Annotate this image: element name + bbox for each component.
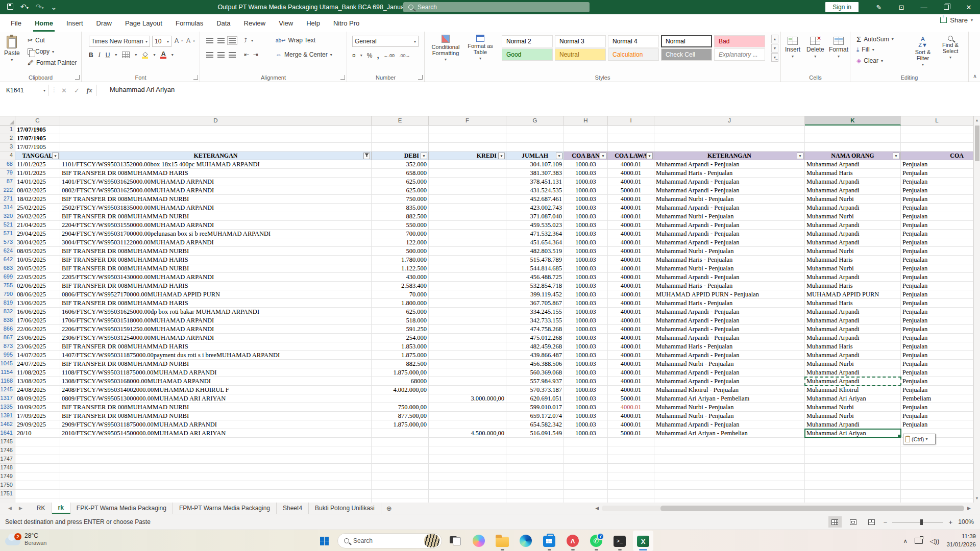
cell[interactable]: 25/02/2025 bbox=[15, 204, 60, 212]
insert-function-icon[interactable]: fx bbox=[87, 86, 92, 94]
cell[interactable]: Muhammad Ari Ariyan bbox=[805, 429, 901, 438]
cell[interactable]: 342.733.155 bbox=[506, 316, 564, 325]
zoom-out-icon[interactable]: − bbox=[884, 518, 888, 526]
cell[interactable] bbox=[564, 438, 608, 446]
tray-chevron-icon[interactable]: ∧ bbox=[903, 538, 908, 544]
cell[interactable] bbox=[429, 256, 506, 264]
filter-dropdown-icon[interactable]: ▾ bbox=[600, 153, 606, 159]
cell[interactable] bbox=[901, 143, 973, 152]
paste-options-button[interactable]: (Ctrl) ▾ bbox=[903, 434, 936, 444]
hscroll-left-icon[interactable]: ◀ bbox=[593, 506, 601, 511]
cell[interactable]: 5000.01 bbox=[608, 394, 654, 403]
cell[interactable]: 4000.01 bbox=[608, 342, 654, 351]
cell[interactable]: Muhammad Arpandi bbox=[805, 308, 901, 316]
weather-widget[interactable]: 2 28°C Berawan bbox=[5, 532, 46, 547]
row-number[interactable]: 3 bbox=[0, 143, 15, 152]
cell[interactable] bbox=[564, 490, 608, 498]
filter-header-coa-lawa[interactable]: COA LAWA▾ bbox=[608, 152, 654, 160]
cell[interactable]: BIF TRANSFER DR 008MUHAMMAD NURBI bbox=[60, 212, 372, 221]
cell[interactable] bbox=[654, 134, 805, 143]
clear-button[interactable]: ◈ Clear ▾ bbox=[856, 57, 883, 64]
cell[interactable]: Muhammad Nurbi bbox=[805, 264, 901, 273]
cell[interactable] bbox=[901, 134, 973, 143]
cell[interactable]: 4000.01 bbox=[608, 368, 654, 377]
zoom-in-icon[interactable]: + bbox=[948, 518, 952, 526]
cell[interactable] bbox=[15, 438, 60, 446]
filter-header-jumlah[interactable]: JUMLAH▾ bbox=[506, 152, 564, 160]
cell[interactable]: Penjualan bbox=[901, 325, 973, 334]
cell[interactable] bbox=[429, 160, 506, 169]
clipboard-dialog-launcher-icon[interactable] bbox=[75, 75, 80, 80]
cell[interactable]: 2909/FTSCY/WS950311875000.00MUHAMAD ARPA… bbox=[60, 420, 372, 429]
style-check-cell[interactable]: Check Cell bbox=[661, 48, 712, 61]
cell[interactable]: Muhammad Arpandi bbox=[805, 334, 901, 342]
cell[interactable]: Muhammad Haris bbox=[805, 169, 901, 178]
cell[interactable]: 1.875.000 bbox=[372, 351, 429, 360]
cell[interactable]: Penjualan bbox=[901, 212, 973, 221]
cell[interactable] bbox=[429, 403, 506, 412]
font-dialog-launcher-icon[interactable] bbox=[193, 75, 198, 80]
cell[interactable]: 1000.03 bbox=[564, 420, 608, 429]
cell[interactable] bbox=[429, 247, 506, 256]
align-left-icon[interactable] bbox=[206, 52, 213, 58]
row-number[interactable]: 1391 bbox=[0, 412, 15, 420]
cell[interactable]: 1000.03 bbox=[564, 351, 608, 360]
cell[interactable]: Muhammad Arpandi bbox=[805, 316, 901, 325]
cell[interactable]: 10/05/2025 bbox=[15, 256, 60, 264]
cell[interactable]: 515.478.789 bbox=[506, 256, 564, 264]
row-number[interactable]: 1747 bbox=[0, 455, 15, 464]
cell[interactable]: 456.488.725 bbox=[506, 273, 564, 282]
row-number[interactable]: 1045 bbox=[0, 360, 15, 368]
cell[interactable]: 1.800.000 bbox=[372, 299, 429, 308]
styles-scroll-up-icon[interactable]: ▲ bbox=[771, 35, 778, 43]
cell[interactable]: 4000.01 bbox=[608, 403, 654, 412]
cell[interactable]: 17/07/1905 bbox=[15, 134, 60, 143]
cell[interactable]: 122.000 bbox=[372, 238, 429, 247]
new-sheet-button[interactable]: ⊕ bbox=[381, 503, 397, 514]
cell[interactable]: 2204/FTSCY/WS95031550000.00MUHAMAD ARPAN… bbox=[60, 221, 372, 230]
taskbar-clock[interactable]: 11:39 31/01/2026 bbox=[946, 533, 976, 548]
cell[interactable] bbox=[805, 134, 901, 143]
ribbon-tab-page-layout[interactable]: Page Layout bbox=[118, 14, 169, 32]
cell[interactable]: Muhammad Arpandi - Penjualan bbox=[654, 420, 805, 429]
cell[interactable]: 1.780.000 bbox=[372, 256, 429, 264]
cell[interactable]: 17/06/2025 bbox=[15, 316, 60, 325]
cell[interactable]: 882.500 bbox=[372, 212, 429, 221]
sort-filter-button[interactable]: AZ▼Sort & Filter▾ bbox=[911, 36, 935, 67]
cell[interactable]: 399.119.452 bbox=[506, 290, 564, 299]
cell[interactable]: Muhammad Haris bbox=[805, 299, 901, 308]
page-layout-view-button[interactable] bbox=[847, 516, 860, 528]
cell[interactable]: MUHAMAD APPID PURN bbox=[805, 290, 901, 299]
cell[interactable]: 518.000 bbox=[372, 316, 429, 325]
cell[interactable]: 625.000 bbox=[372, 186, 429, 195]
paste-button[interactable]: Paste▾ bbox=[4, 36, 20, 62]
cell[interactable] bbox=[429, 212, 506, 221]
font-name-select[interactable]: Times New Roman▾ bbox=[89, 36, 150, 47]
cell[interactable]: 11/01/2025 bbox=[15, 160, 60, 169]
cell[interactable] bbox=[372, 455, 429, 464]
ribbon-tab-insert[interactable]: Insert bbox=[60, 14, 90, 32]
cell[interactable] bbox=[608, 455, 654, 464]
cell[interactable]: 4000.01 bbox=[608, 290, 654, 299]
row-number[interactable]: 573 bbox=[0, 238, 15, 247]
cell[interactable]: 1101/FTSCY/WS95031352000.00box 18x15 400… bbox=[60, 160, 372, 169]
cancel-entry-icon[interactable]: ✕ bbox=[61, 87, 67, 94]
style-explanatory[interactable]: Explanatory ... bbox=[714, 48, 765, 61]
sheet-tab-bukti-potong-unifikasi[interactable]: Bukti Potong Unifikasi bbox=[309, 503, 381, 514]
align-center-icon[interactable] bbox=[217, 52, 225, 58]
row-number[interactable]: 873 bbox=[0, 342, 15, 351]
cell[interactable]: 1000.03 bbox=[564, 334, 608, 342]
ribbon-tab-help[interactable]: Help bbox=[300, 14, 327, 32]
cell[interactable]: Penjualan bbox=[901, 195, 973, 204]
cell[interactable]: Muhammad Haris bbox=[805, 342, 901, 351]
cell[interactable]: 1407/FTSCY/WS950311875000.00payment dus … bbox=[60, 351, 372, 360]
row-number[interactable]: 314 bbox=[0, 204, 15, 212]
cell[interactable] bbox=[60, 143, 372, 152]
cell[interactable]: Penjualan bbox=[901, 264, 973, 273]
cell[interactable]: 23/06/2025 bbox=[15, 342, 60, 351]
row-number[interactable]: 320 bbox=[0, 212, 15, 221]
row-number[interactable]: 755 bbox=[0, 282, 15, 290]
cell[interactable]: 08/05/2025 bbox=[15, 247, 60, 256]
cell[interactable] bbox=[372, 126, 429, 134]
cell[interactable]: 2.583.400 bbox=[372, 282, 429, 290]
